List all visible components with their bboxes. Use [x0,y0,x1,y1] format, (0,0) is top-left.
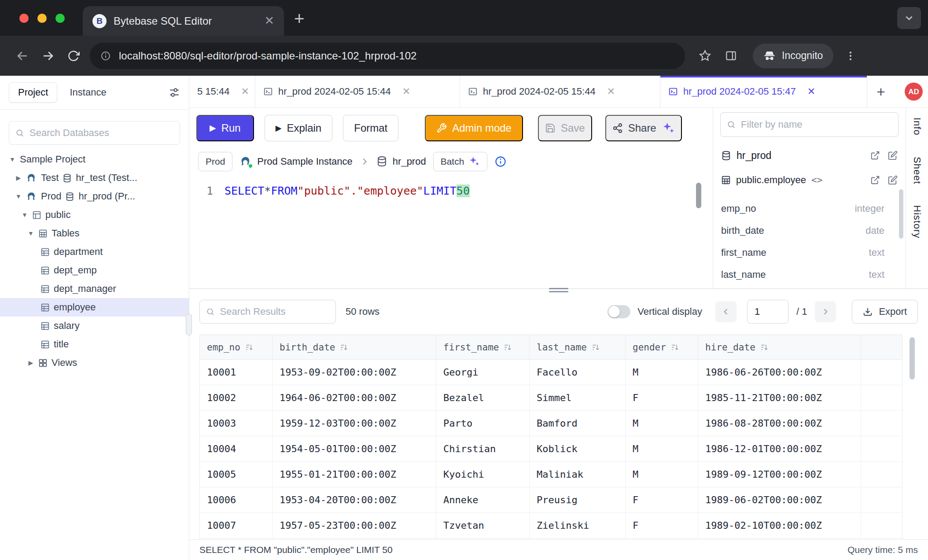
table-cell: 10006 [200,487,273,513]
batch-button[interactable]: Batch [433,152,488,171]
back-button[interactable] [10,49,35,63]
panel-resize-handle[interactable] [549,288,568,292]
address-bar[interactable]: localhost:8080/sql-editor/prod-sample-in… [90,43,685,69]
schema-filter-input[interactable] [741,119,892,130]
tab-sheet[interactable]: Sheet [911,157,923,184]
run-label: Run [221,122,241,134]
tree-item-tables-group[interactable]: ▼ Tables [0,224,189,243]
share-button[interactable]: Share [605,115,682,141]
database-search-input[interactable] [29,127,173,139]
schema-filter-box[interactable] [720,112,899,137]
new-tab-button[interactable]: + [294,10,304,27]
tab-close-icon[interactable]: ✕ [241,86,249,97]
table-cell [861,513,902,538]
forward-button[interactable] [35,49,61,63]
column-header-last_name[interactable]: last_name [530,335,626,360]
tree-item-table-title[interactable]: title [0,335,189,354]
schema-database-row[interactable]: hr_prod [713,143,906,168]
database-icon [721,151,731,161]
tree-item-views-group[interactable]: ▶ Views [0,354,189,372]
explain-button[interactable]: ▶ Explain [265,115,333,141]
code-brackets-icon[interactable]: <> [811,175,822,185]
incognito-label: Incognito [782,50,823,62]
side-panel-button[interactable] [725,50,737,62]
table-cell: Georgi [436,360,530,385]
editor-tab-4-active[interactable]: hr_prod 2024-02-05 15:47 ✕ [660,76,867,107]
tree-item-table-salary[interactable]: salary [0,317,189,335]
database-icon [376,156,387,167]
tree-item-sample-project[interactable]: ▼ Sample Project [0,150,189,169]
column-header-birth_date[interactable]: birth_date [273,335,436,360]
window-minimize-button[interactable] [37,14,47,23]
results-search-input[interactable] [220,306,329,317]
page-number-input[interactable] [747,300,788,324]
editor-tab-3[interactable]: hr_prod 2024-02-05 15:44 ✕ [460,76,660,107]
external-link-icon[interactable] [870,151,880,160]
sidebar-filter-button[interactable] [169,87,180,98]
edit-icon[interactable] [888,175,898,185]
tab-info[interactable]: Info [911,118,923,136]
tab-close-icon[interactable]: ✕ [264,15,274,27]
user-avatar[interactable]: AD [905,83,923,101]
schema-table-row[interactable]: public.employee <> [713,168,906,192]
tree-item-table-employee[interactable]: employee [0,298,189,317]
tree-item-prod-env[interactable]: ▼ Prod hr_prod (Pr... [0,187,189,206]
tree-item-table-dept_emp[interactable]: dept_emp [0,261,189,280]
new-query-tab-button[interactable]: + [867,76,895,107]
caret-down-icon[interactable]: ▼ [27,230,34,237]
schema-panel-scrollbar[interactable] [899,189,903,239]
tree-item-table-department[interactable]: department [0,243,189,261]
tab-project[interactable]: Project [9,82,57,103]
tree-item-table-dept_manager[interactable]: dept_manager [0,280,189,298]
caret-down-icon[interactable]: ▼ [15,193,22,200]
editor-tab-2[interactable]: hr_prod 2024-02-05 15:44 ✕ [255,76,460,107]
prev-page-button[interactable] [715,301,737,322]
tab-close-icon[interactable]: ✕ [402,86,410,97]
tree-item-schema-public[interactable]: ▼ public [0,206,189,224]
format-button[interactable]: Format [343,115,398,141]
column-header-first_name[interactable]: first_name [436,335,530,360]
external-link-icon[interactable] [870,175,880,185]
column-header-hire_date[interactable]: hire_date [698,335,861,360]
window-close-button[interactable] [19,14,29,23]
admin-mode-button[interactable]: Admin mode [425,115,523,141]
site-info-icon[interactable] [100,51,111,61]
reload-button[interactable] [61,50,86,62]
tab-history[interactable]: History [911,205,923,238]
database-crumb[interactable]: hr_prod [376,156,426,167]
tree-item-test-env[interactable]: ▶ Test hr_test (Test... [0,169,189,187]
editor-scrollbar[interactable] [696,183,701,208]
tab-instance[interactable]: Instance [63,83,112,102]
table-cell: 1959-12-03T00:00:00Z [273,411,436,436]
next-page-button[interactable] [815,301,836,322]
tab-search-chevron-button[interactable] [897,7,921,29]
edit-icon[interactable] [888,151,898,160]
line-number: 1 [189,184,225,197]
caret-down-icon[interactable]: ▼ [9,156,16,163]
database-search-box[interactable] [9,121,180,145]
caret-down-icon[interactable]: ▼ [21,211,28,218]
export-button[interactable]: Export [852,300,918,324]
save-button[interactable]: Save [538,115,592,141]
results-toolbar: 50 rows Vertical display / 1 Export [189,289,928,335]
browser-tab[interactable]: B Bytebase SQL Editor ✕ [83,6,284,36]
column-header-emp_no[interactable]: emp_no [200,335,273,360]
window-zoom-button[interactable] [55,14,65,23]
info-icon[interactable] [494,155,507,168]
instance-crumb[interactable]: Prod Sample Instance [239,155,352,168]
sidebar-resize-handle[interactable] [186,313,192,335]
browser-menu-button[interactable] [845,50,856,62]
results-scrollbar[interactable] [910,337,915,379]
caret-right-icon[interactable]: ▶ [15,174,22,181]
results-search-box[interactable] [199,300,336,324]
tab-close-icon[interactable]: ✕ [607,86,615,97]
column-header-gender[interactable]: gender [626,335,698,360]
editor-tab-1[interactable]: 5 15:44 ✕ [189,76,255,107]
bookmark-star-button[interactable] [699,50,711,62]
caret-right-icon[interactable]: ▶ [27,359,34,366]
sql-editor[interactable]: 1SELECT * FROM "public"."employee" LIMIT… [189,175,713,288]
run-button[interactable]: ▶ Run [196,115,254,141]
tab-close-icon[interactable]: ✕ [807,86,815,97]
vertical-display-toggle[interactable] [608,305,630,318]
table-cell [861,411,902,436]
